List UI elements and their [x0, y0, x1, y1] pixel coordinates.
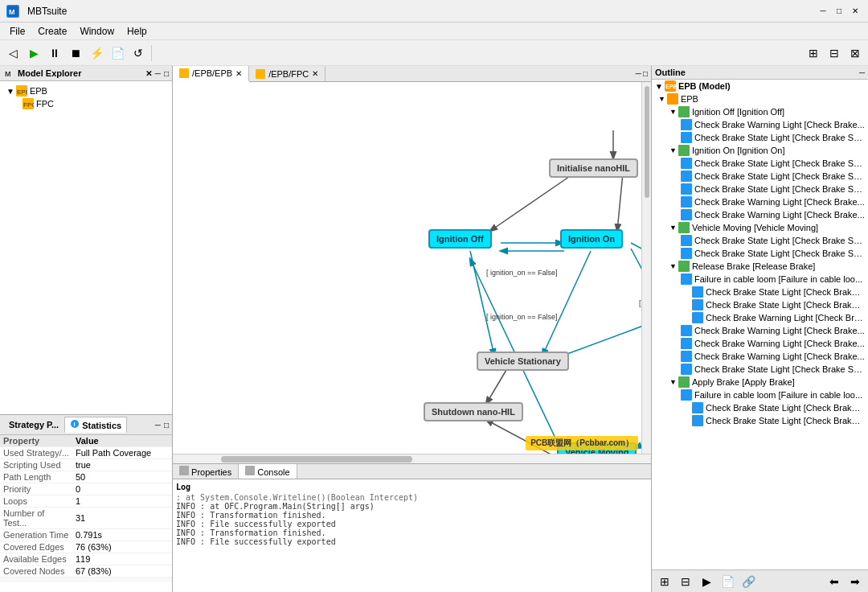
svg-line-22 — [631, 249, 641, 392]
tab-console[interactable]: Console — [239, 464, 297, 479]
outline-tool-1[interactable]: ⊞ — [655, 572, 674, 591]
svg-rect-54 — [681, 338, 692, 349]
svg-text:M: M — [5, 70, 11, 78]
minimize-button[interactable]: ─ — [817, 5, 829, 18]
svg-rect-31 — [179, 466, 189, 475]
outline-item-icon — [681, 119, 692, 130]
outline-item[interactable]: ▼Release Brake [Release Brake] — [652, 260, 868, 273]
outline-item[interactable]: Check Brake State Light [Check Brake Sta… — [652, 183, 868, 195]
toolbar-view-1[interactable]: ⊞ — [804, 43, 823, 63]
statistics-tab[interactable]: i Statistics — [64, 417, 127, 433]
tab-epb-fpc[interactable]: /EPB/FPC ✕ — [249, 67, 326, 81]
outline-item[interactable]: ▼Apply Brake [Apply Brake] — [652, 376, 868, 388]
console-line: INFO : File successfully exported — [176, 520, 648, 528]
tab-properties[interactable]: Properties — [173, 464, 239, 479]
svg-rect-52 — [692, 312, 703, 323]
outline-item[interactable]: Check Brake Warning Light [Check Brake..… — [652, 337, 868, 350]
node-vehicle-stationary-label: Vehicle Stationary — [485, 356, 561, 366]
outline-header: Outline ─ — [652, 66, 868, 80]
toolbar-button-4[interactable]: ⏹ — [66, 43, 85, 63]
diagram-area[interactable]: [ ignition_on == False] [ ignition_on ==… — [173, 82, 641, 454]
toolbar-view-3[interactable]: ⊠ — [845, 43, 865, 63]
outline-item[interactable]: Check Brake Warning Light [Check Brake..… — [652, 324, 868, 337]
node-ignition-off[interactable]: Ignition Off — [428, 229, 492, 249]
outline-item[interactable]: Check Brake State Light [Check Brake Sta… — [652, 170, 868, 183]
svg-line-18 — [559, 298, 641, 357]
diagram-hscroll[interactable] — [173, 454, 651, 463]
toolbar: ◁ ▶ ⏸ ⏹ ⚡ 📄 ↺ ⊞ ⊟ ⊠ — [0, 40, 868, 66]
outline-tool-4[interactable]: 📄 — [718, 572, 737, 591]
col-property: Property — [0, 435, 72, 447]
outline-item[interactable]: Check Brake State Light [Check Brake Sta… — [652, 234, 868, 247]
menu-file[interactable]: File — [3, 24, 31, 39]
close-button[interactable]: ✕ — [849, 5, 862, 18]
outline-min[interactable]: ─ — [859, 68, 865, 77]
outline-tool-5[interactable]: 🔗 — [739, 572, 758, 591]
outline-item[interactable]: ▼EPB — [652, 92, 868, 105]
outline-item[interactable]: Failure in cable loom [Failure in cable … — [652, 388, 868, 401]
outline-item[interactable]: Check Brake State Light [Check Brake S..… — [652, 298, 868, 311]
stats-content: Property Value Used Strategy/...Full Pat… — [0, 435, 172, 591]
node-initialise[interactable]: Initialise nanoHIL — [549, 158, 638, 178]
outline-item[interactable]: Check Brake State Light [Check Brake S..… — [652, 286, 868, 298]
outline-item[interactable]: Check Brake State Light [Check Brake Sta… — [652, 157, 868, 170]
center-max[interactable]: □ — [643, 69, 648, 78]
outline-item[interactable]: Check Brake State Light [Check Brake S..… — [652, 414, 868, 427]
maximize-button[interactable]: □ — [833, 5, 845, 18]
stats-max[interactable]: □ — [164, 421, 169, 430]
tab-epb-epb[interactable]: /EPB/EPB ✕ — [173, 66, 249, 82]
stats-min[interactable]: ─ — [155, 421, 161, 430]
outline-item[interactable]: ▼Vehicle Moving [Vehicle Moving] — [652, 221, 868, 234]
outline-item[interactable]: Check Brake State Light [Check Brake Sta… — [652, 247, 868, 260]
outline-item[interactable]: Check Brake Warning Light [Check Brake..… — [652, 118, 868, 131]
outline-item[interactable]: ▼Ignition On [Ignition On] — [652, 144, 868, 157]
tab-epb-fpc-close[interactable]: ✕ — [312, 69, 318, 78]
toolbar-button-6[interactable]: 📄 — [108, 43, 127, 63]
stats-section-label — [0, 578, 172, 582]
outline-tool-6[interactable]: ⬅ — [825, 572, 844, 591]
tree-item-fpc[interactable]: FPC FPC — [3, 97, 169, 110]
center-min[interactable]: ─ — [636, 69, 641, 78]
stats-header: Strategy P... i Statistics ─ □ — [0, 415, 172, 435]
tab-epb-epb-close[interactable]: ✕ — [235, 69, 242, 78]
svg-line-13 — [490, 173, 575, 231]
svg-text:[ ignition_on == False]: [ ignition_on == False] — [486, 269, 558, 277]
menu-create[interactable]: Create — [31, 24, 73, 39]
outline-item[interactable]: Check Brake Warning Light [Check Bra... — [652, 311, 868, 324]
outline-item-label: Check Brake Warning Light [Check Brake..… — [694, 120, 865, 130]
node-shutdown[interactable]: Shutdown nano-HIL — [424, 402, 523, 421]
diagram-vscroll[interactable] — [641, 82, 651, 454]
node-ignition-on[interactable]: Ignition On — [560, 229, 623, 249]
outline-item[interactable]: Failure in cable loom [Failure in cable … — [652, 273, 868, 286]
outline-item[interactable]: Check Brake State Light [Check Brake Sta… — [652, 363, 868, 376]
toolbar-button-2[interactable]: ▶ — [24, 43, 43, 63]
console-line: INFO : Transformation finished. — [176, 511, 648, 520]
outline-tool-3[interactable]: ▶ — [697, 572, 716, 591]
toolbar-button-1[interactable]: ◁ — [3, 43, 23, 63]
outline-item[interactable]: Check Brake Warning Light [Check Brake..… — [652, 195, 868, 208]
outline-item-label: Check Brake Warning Light [Check Brake..… — [694, 326, 865, 335]
toolbar-button-3[interactable]: ⏸ — [45, 43, 64, 63]
outline-item[interactable]: Check Brake Warning Light [Check Brake..… — [652, 350, 868, 363]
menu-window[interactable]: Window — [73, 24, 121, 39]
outline-title: Outline — [655, 68, 686, 77]
outline-root[interactable]: ▼ EPB EPB (Model) — [652, 80, 868, 92]
outline-item-label: Check Brake State Light [Check Brake Sta… — [694, 236, 865, 245]
outline-tool-2[interactable]: ⊟ — [676, 572, 695, 591]
outline-item[interactable]: Check Brake Warning Light [Check Brake..… — [652, 208, 868, 221]
toolbar-button-5[interactable]: ⚡ — [87, 43, 106, 63]
node-ignition-off-label: Ignition Off — [436, 234, 484, 244]
svg-line-19 — [486, 370, 506, 404]
svg-rect-46 — [681, 235, 692, 246]
node-vehicle-stationary[interactable]: Vehicle Stationary — [477, 352, 569, 371]
svg-rect-37 — [681, 119, 692, 130]
outline-tool-7[interactable]: ➡ — [845, 572, 865, 591]
outline-item[interactable]: Check Brake State Light [Check Brake S..… — [652, 401, 868, 414]
tree-item-epb[interactable]: ▼ EPB EPB — [3, 84, 169, 97]
menu-help[interactable]: Help — [121, 24, 154, 39]
outline-item[interactable]: ▼Ignition Off [Ignition Off] — [652, 105, 868, 118]
toolbar-view-2[interactable]: ⊟ — [825, 43, 844, 63]
toolbar-button-7[interactable]: ↺ — [129, 43, 148, 63]
strategy-tab[interactable]: Strategy P... — [3, 417, 64, 432]
outline-item[interactable]: Check Brake State Light [Check Brake Sta… — [652, 131, 868, 144]
